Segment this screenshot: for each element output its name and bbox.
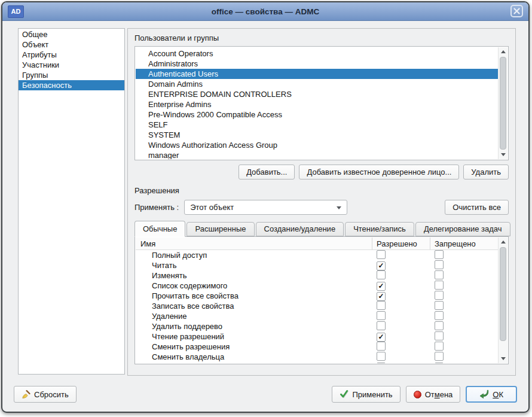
permission-row: Полный доступ (136, 250, 499, 260)
cancel-label: Отмена (425, 390, 453, 399)
apply-to-value: Этот объект (190, 203, 234, 212)
close-button[interactable] (510, 5, 523, 17)
user-list-item[interactable]: Administrators (136, 59, 499, 69)
permission-name: Читать (136, 261, 372, 270)
screen: AD office — свойства — ADMC ОбщееОбъектА… (0, 0, 532, 417)
scrollbar-down-button[interactable] (499, 150, 507, 159)
arrow-up-icon (501, 50, 506, 53)
sidebar-item[interactable]: Атрибуты (19, 50, 124, 60)
scrollbar-thumb[interactable] (500, 247, 506, 341)
denied-checkbox[interactable] (435, 270, 444, 279)
denied-cell (430, 363, 499, 364)
permission-name: Сменить владельца (136, 352, 372, 361)
denied-checkbox[interactable] (435, 363, 444, 364)
ok-button[interactable]: ОК (466, 386, 517, 403)
allowed-checkbox[interactable] (377, 250, 386, 259)
user-list-item[interactable]: Account Operators (136, 48, 499, 59)
window-title: office — свойства — ADMC (2, 7, 528, 16)
permission-name: Полный доступ (136, 251, 372, 260)
tab[interactable]: Обычные (134, 221, 185, 237)
permission-row: Читать✓ (136, 260, 499, 270)
sidebar-item[interactable]: Общее (19, 29, 124, 39)
denied-checkbox[interactable] (435, 321, 444, 330)
permission-name: Чтение разрешений (136, 332, 372, 341)
permission-row: Чтение разрешений✓ (136, 331, 499, 342)
user-list-item[interactable]: Enterprise Admins (136, 99, 499, 109)
allowed-checkbox[interactable] (377, 301, 386, 310)
allowed-checkbox[interactable]: ✓ (377, 282, 386, 291)
allowed-checkbox[interactable] (377, 311, 386, 320)
titlebar[interactable]: AD office — свойства — ADMC (2, 2, 528, 21)
tab[interactable]: Чтение/запись (345, 222, 414, 236)
clear-all-button[interactable]: Очистить все (445, 200, 509, 215)
user-list-item[interactable]: Authenticated Users (136, 69, 499, 79)
denied-checkbox[interactable] (435, 342, 444, 351)
allowed-checkbox[interactable] (377, 342, 386, 351)
denied-checkbox[interactable] (435, 311, 444, 320)
tab[interactable]: Делегирование задач (415, 222, 510, 236)
permissions-scrollbar (498, 238, 507, 363)
denied-cell (430, 281, 499, 291)
user-list-item[interactable]: Pre-Windows 2000 Compatible Access (136, 109, 499, 120)
dialog-button-box: Сбросить Применить Отмена (14, 385, 517, 403)
denied-checkbox[interactable] (435, 260, 444, 269)
user-list-item[interactable]: ENTERPRISE DOMAIN CONTROLLERS (136, 89, 499, 99)
reset-button[interactable]: Сбросить (14, 386, 77, 403)
arrow-down-icon (501, 153, 506, 156)
denied-cell (430, 250, 499, 261)
tab[interactable]: Расширенные (186, 222, 254, 236)
denied-checkbox[interactable] (435, 291, 444, 300)
users-list: Account OperatorsAdministratorsAuthentic… (134, 46, 509, 160)
sidebar-item[interactable]: Объект (19, 39, 124, 50)
user-list-item[interactable]: Domain Admins (136, 79, 499, 89)
denied-cell (430, 311, 499, 322)
allowed-checkbox[interactable] (377, 363, 386, 364)
user-list-item[interactable]: SYSTEM (136, 130, 499, 140)
allowed-checkbox[interactable]: ✓ (377, 261, 386, 270)
add-well-known-trustee-button[interactable]: Добавить известное доверенное лицо... (299, 165, 459, 179)
allowed-cell: ✓ (372, 261, 430, 270)
scrollbar-track[interactable] (499, 56, 507, 150)
allowed-checkbox[interactable] (377, 321, 386, 330)
denied-checkbox[interactable] (435, 250, 444, 259)
allowed-cell: ✓ (372, 332, 430, 342)
apply-button[interactable]: Применить (332, 386, 400, 403)
allowed-checkbox[interactable]: ✓ (377, 292, 386, 301)
scrollbar-thumb[interactable] (500, 57, 506, 150)
permission-row: Прочитать все свойства✓ (136, 291, 499, 301)
allowed-cell (372, 321, 430, 332)
broom-icon (22, 390, 30, 399)
permissions-tabbar: ОбычныеРасширенныеСоздание/удалениеЧтени… (134, 220, 509, 236)
add-button[interactable]: Добавить... (239, 165, 295, 179)
cancel-button[interactable]: Отмена (406, 386, 461, 403)
scrollbar-up-button[interactable] (499, 47, 507, 56)
denied-cell (430, 321, 499, 332)
denied-checkbox[interactable] (435, 352, 444, 361)
permissions-label: Разрешения (134, 186, 509, 195)
user-list-item[interactable]: Windows Authorization Access Group (136, 140, 499, 150)
allowed-checkbox[interactable] (377, 352, 386, 361)
ok-arrow-icon (479, 389, 489, 399)
remove-button[interactable]: Удалить (463, 165, 509, 179)
sidebar-item[interactable]: Участники (19, 60, 124, 70)
allowed-checkbox[interactable]: ✓ (377, 333, 386, 342)
scrollbar-down-button[interactable] (499, 354, 507, 363)
user-list-item[interactable]: manager (136, 150, 499, 159)
tab[interactable]: Создание/удаление (256, 222, 344, 236)
apply-label: Применить (352, 390, 392, 399)
apply-to-combobox[interactable]: Этот объект (184, 200, 347, 215)
denied-checkbox[interactable] (435, 281, 444, 290)
permissions-table: Имя Разрешено Запрещено Полный доступЧит… (134, 236, 509, 364)
denied-cell (430, 260, 499, 271)
user-list-item[interactable]: SELF (136, 120, 499, 130)
sidebar-item[interactable]: Безопасность (19, 80, 124, 90)
denied-checkbox[interactable] (435, 301, 444, 310)
apply-row: Применять : Этот объект Очистить все (134, 200, 509, 215)
denied-checkbox[interactable] (435, 331, 444, 340)
allowed-checkbox[interactable] (377, 270, 386, 279)
scrollbar-track[interactable] (499, 246, 507, 354)
sidebar-item[interactable]: Группы (19, 70, 124, 80)
scrollbar-up-button[interactable] (499, 238, 507, 246)
allowed-cell (372, 342, 430, 352)
column-header-allowed: Разрешено (372, 238, 430, 249)
